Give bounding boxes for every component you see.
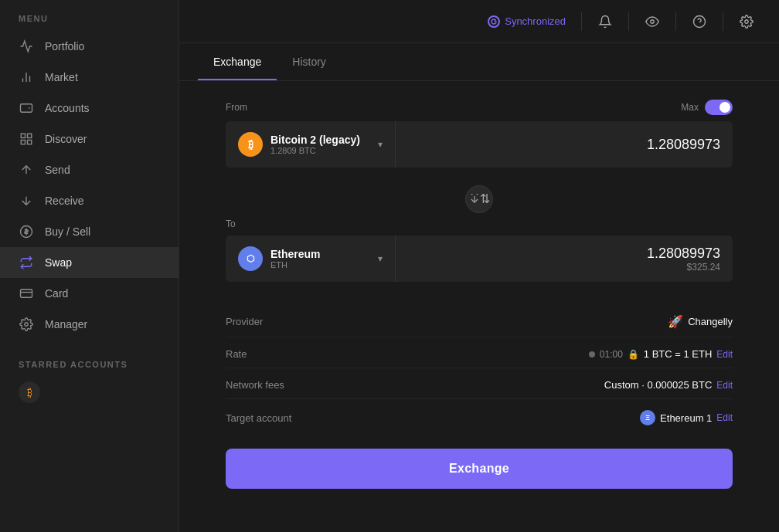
provider-name: Changelly [688, 316, 733, 327]
sidebar-item-market[interactable]: Market [0, 62, 179, 93]
to-amount-value: 1.28089973 [647, 246, 720, 262]
main-content: Synchronized Exchange His [179, 0, 779, 532]
to-label-row: To [226, 219, 733, 229]
tab-bar: Exchange History [179, 43, 779, 81]
rate-value: 01:00 🔒 1 BTC = 1 ETH Edit [589, 348, 733, 360]
from-crypto-selector[interactable]: ₿ Bitcoin 2 (legacy) 1.2809 BTC ▾ [226, 121, 396, 168]
sidebar: MENU Portfolio Market Accounts [0, 0, 179, 532]
sidebar-item-receive[interactable]: Receive [0, 185, 179, 216]
from-label: From [226, 102, 247, 113]
sync-status: Synchronized [488, 15, 566, 28]
svg-rect-4 [21, 134, 25, 137]
from-section: From Max ₿ Bitcoin 2 (legacy) 1.2809 BTC [226, 100, 733, 168]
receive-icon [19, 193, 34, 208]
target-eth-icon: Ξ [640, 410, 655, 425]
sidebar-item-accounts-label: Accounts [45, 102, 90, 114]
starred-account-icon: ₿ [19, 381, 40, 403]
to-crypto-selector[interactable]: ⬡ Ethereum ETH ▾ [226, 236, 396, 282]
topbar-divider-4 [723, 12, 723, 31]
sidebar-item-discover[interactable]: Discover [0, 124, 179, 154]
fees-label: Network fees [226, 379, 284, 391]
to-coin-name: Ethereum [270, 248, 367, 260]
max-label: Max [681, 102, 699, 113]
svg-rect-11 [21, 290, 32, 298]
dollar-icon [19, 224, 34, 239]
from-label-row: From Max [226, 100, 733, 115]
sidebar-item-discover-label: Discover [45, 133, 87, 145]
notifications-button[interactable] [591, 8, 619, 36]
sidebar-item-receive-label: Receive [45, 195, 84, 207]
sidebar-item-accounts[interactable]: Accounts [0, 93, 179, 124]
exchange-form: From Max ₿ Bitcoin 2 (legacy) 1.2809 BTC [179, 81, 779, 507]
settings-button[interactable] [733, 8, 760, 36]
send-icon [19, 162, 34, 178]
rate-label: Rate [226, 348, 247, 360]
rate-text: 1 BTC = 1 ETH [644, 348, 713, 360]
rate-row: Rate 01:00 🔒 1 BTC = 1 ETH Edit [226, 341, 733, 368]
from-amount[interactable]: 1.28089973 [396, 121, 733, 168]
fees-row: Network fees Custom · 0.000025 BTC Edit [226, 371, 733, 399]
wallet-icon [19, 100, 34, 116]
tab-exchange[interactable]: Exchange [198, 43, 277, 80]
sidebar-item-card[interactable]: Card [0, 278, 179, 309]
eye-button[interactable] [638, 8, 666, 36]
swap-direction-button[interactable]: ⇅ [465, 185, 493, 213]
svg-point-15 [694, 15, 706, 27]
sidebar-item-swap[interactable]: Swap [0, 247, 179, 278]
svg-point-17 [745, 19, 749, 23]
sync-icon [488, 15, 500, 28]
rate-dot [589, 351, 595, 357]
from-crypto-row: ₿ Bitcoin 2 (legacy) 1.2809 BTC ▾ 1.2808… [226, 121, 733, 168]
svg-rect-3 [21, 104, 32, 113]
to-amount-wrapper: 1.28089973 $325.24 [647, 246, 720, 273]
card-icon [19, 286, 34, 301]
sidebar-item-portfolio-label: Portfolio [45, 40, 84, 53]
starred-account-item[interactable]: ₿ [0, 375, 179, 409]
sidebar-item-send-label: Send [45, 164, 70, 176]
sidebar-item-portfolio[interactable]: Portfolio [0, 31, 179, 62]
starred-accounts-label: STARRED ACCOUNTS [0, 352, 179, 375]
topbar-divider-3 [675, 12, 676, 31]
chart-bar-icon [19, 69, 34, 85]
sidebar-item-buy-sell[interactable]: Buy / Sell [0, 216, 179, 247]
svg-rect-5 [28, 134, 32, 137]
from-crypto-info: Bitcoin 2 (legacy) 1.2809 BTC [270, 134, 367, 155]
from-chevron-icon: ▾ [378, 139, 383, 150]
tab-history[interactable]: History [277, 43, 342, 80]
svg-rect-6 [21, 141, 25, 144]
exchange-button[interactable]: Exchange [226, 449, 733, 489]
to-coin-sub: ETH [270, 260, 367, 269]
grid-icon [19, 131, 34, 147]
topbar: Synchronized [179, 0, 779, 43]
manager-icon [19, 317, 34, 332]
exchange-content: From Max ₿ Bitcoin 2 (legacy) 1.2809 BTC [179, 81, 779, 532]
rate-edit-link[interactable]: Edit [716, 349, 733, 360]
provider-label: Provider [226, 316, 263, 327]
target-edit-link[interactable]: Edit [716, 412, 733, 423]
provider-value: 🚀 Changelly [668, 314, 733, 329]
menu-label: MENU [0, 0, 179, 31]
topbar-divider-1 [581, 12, 582, 31]
lock-icon: 🔒 [628, 349, 639, 360]
to-crypto-info: Ethereum ETH [270, 248, 367, 269]
target-row: Target account Ξ Ethereum 1 Edit [226, 402, 733, 433]
eth-icon: ⬡ [238, 246, 263, 271]
target-value: Ξ Ethereum 1 Edit [640, 410, 733, 425]
sidebar-item-card-label: Card [45, 287, 68, 300]
to-label: To [226, 219, 236, 229]
from-coin-name: Bitcoin 2 (legacy) [270, 134, 367, 146]
sidebar-item-manager[interactable]: Manager [0, 309, 179, 340]
to-crypto-row: ⬡ Ethereum ETH ▾ 1.28089973 $325.24 [226, 236, 733, 282]
svg-rect-7 [28, 141, 32, 144]
sidebar-item-send[interactable]: Send [0, 154, 179, 185]
fees-edit-link[interactable]: Edit [716, 380, 733, 391]
btc-icon: ₿ [238, 132, 263, 157]
sidebar-item-swap-label: Swap [45, 256, 72, 269]
target-account-name: Ethereum 1 [660, 412, 712, 424]
svg-point-13 [25, 323, 29, 327]
target-label: Target account [226, 412, 291, 424]
max-toggle-switch[interactable] [705, 100, 733, 115]
help-button[interactable] [685, 8, 713, 36]
max-toggle[interactable]: Max [681, 100, 733, 115]
to-chevron-icon: ▾ [378, 253, 383, 264]
